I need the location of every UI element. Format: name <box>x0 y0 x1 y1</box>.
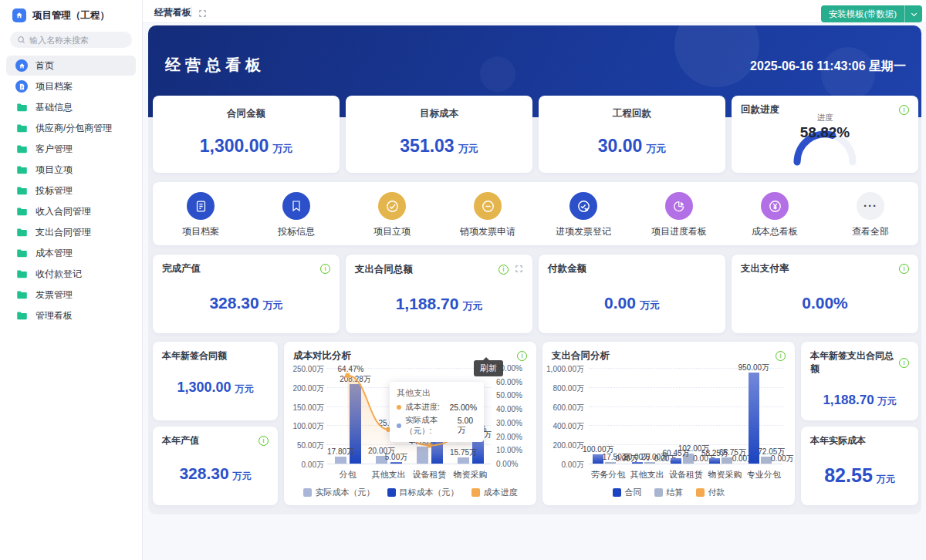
sidebar-item-label: 投标管理 <box>35 184 73 197</box>
kpi-value: 1,188.70万元 <box>346 295 532 313</box>
sidebar-item-label: 管理看板 <box>35 309 73 322</box>
sidebar-item-label: 基础信息 <box>35 101 73 114</box>
right-stat-column: 本年新签支出合同总额i1,188.70万元本年实际成本82.55万元 <box>801 342 918 505</box>
sidebar-item-发票管理[interactable]: 发票管理 <box>6 285 136 305</box>
chart-tooltip: 其他支出成本进度:25.00%实际成本（元）:5.00万 <box>390 382 484 442</box>
expand-icon[interactable] <box>515 262 523 276</box>
tooltip-name: 实际成本（元）: <box>405 415 454 437</box>
quick-link-查看全部[interactable]: ···查看全部 <box>823 182 918 245</box>
sidebar-item-label: 项目立项 <box>35 164 73 177</box>
sidebar-item-收入合同管理[interactable]: 收入合同管理 <box>6 201 136 221</box>
yen-circle-icon <box>761 192 789 220</box>
bottom-section: 本年新签合同额1,300.00万元本年产值i328.30万元 成本对比分析 i … <box>153 342 918 505</box>
sidebar-item-管理看板[interactable]: 管理看板 <box>6 305 136 326</box>
folder-icon <box>15 247 28 259</box>
y2-axis-tick: 50.00% <box>496 391 522 400</box>
y-axis-tick: 150.00万 <box>286 403 324 413</box>
quick-link-项目档案[interactable]: 项目档案 <box>153 182 248 245</box>
sidebar-item-投标管理[interactable]: 投标管理 <box>6 180 136 201</box>
check-circle-icon <box>378 192 406 220</box>
kpi-label: 工程回款 <box>539 107 725 120</box>
stat-unit: 万元 <box>878 396 897 407</box>
gauge-value: 58.82% <box>732 124 918 141</box>
kpi-card-目标成本: 目标成本351.03万元 <box>346 96 532 173</box>
y2-axis-tick: 40.00% <box>496 405 522 413</box>
kpi-label: 支出支付率 <box>741 262 789 275</box>
info-icon[interactable]: i <box>259 436 269 446</box>
chevron-down-icon[interactable] <box>905 10 922 19</box>
legend-item-目标成本（元）[interactable]: 目标成本（元） <box>387 487 459 498</box>
legend-item-结算[interactable]: 结算 <box>654 487 684 498</box>
card-header: 本年新签支出合同总额i <box>801 342 918 376</box>
info-icon[interactable]: i <box>776 351 786 361</box>
kpi-unit: 万元 <box>646 143 666 154</box>
chart-bar[interactable] <box>709 458 720 464</box>
quick-link-进项发票登记[interactable]: 进项发票登记 <box>536 182 631 245</box>
topbar: 经营看板 安装模板(带数据) <box>143 0 926 23</box>
header-icons: i <box>498 262 523 276</box>
kpi-card-collection-progress: 回款进度 i 进度 58.82% <box>732 96 918 173</box>
sidebar-search[interactable] <box>10 32 132 48</box>
folder-icon <box>15 205 28 218</box>
stat-number: 82.55 <box>824 464 873 486</box>
kpi-unit: 万元 <box>462 300 482 312</box>
legend-item-合同[interactable]: 合同 <box>613 487 642 498</box>
sidebar-item-项目档案[interactable]: 项目档案 <box>6 76 136 96</box>
minus-circle-icon <box>474 192 502 220</box>
legend-swatch <box>471 488 480 497</box>
chart-bar[interactable] <box>761 457 772 464</box>
info-icon[interactable]: i <box>498 265 509 275</box>
kpi-label: 付款金额 <box>548 262 586 275</box>
card-header: 付款金额 <box>539 255 725 275</box>
legend-item-成本进度[interactable]: 成本进度 <box>471 487 518 498</box>
quick-link-项目立项[interactable]: 项目立项 <box>344 182 440 245</box>
sidebar: 项目管理（工程） 首页项目档案基础信息供应商/分包商管理客户管理项目立项投标管理… <box>0 0 143 560</box>
info-icon[interactable]: i <box>899 264 909 274</box>
chart-bar[interactable] <box>671 458 681 464</box>
stat-value: 1,188.70万元 <box>801 393 918 408</box>
kpi-label: 目标成本 <box>346 107 532 120</box>
tab-business-board[interactable]: 经营看板 <box>154 6 191 19</box>
stat-label: 本年新签支出合同总额 <box>810 349 899 376</box>
legend-swatch <box>303 488 312 497</box>
sidebar-item-收付款登记[interactable]: 收付款登记 <box>6 264 136 284</box>
sidebar-item-label: 收付款登记 <box>35 268 82 281</box>
quick-link-项目进度看板[interactable]: 项目进度看板 <box>631 182 727 245</box>
quick-link-销项发票申请[interactable]: 销项发票申请 <box>440 182 536 245</box>
info-icon[interactable]: i <box>320 264 330 274</box>
kpi-unit: 万元 <box>640 299 660 311</box>
sidebar-item-成本管理[interactable]: 成本管理 <box>6 243 136 263</box>
search-input[interactable] <box>29 35 122 45</box>
sidebar-item-支出合同管理[interactable]: 支出合同管理 <box>6 222 136 242</box>
data-label: 专业分包 <box>747 469 781 481</box>
tooltip-dot <box>397 405 401 410</box>
tooltip-dot <box>397 423 401 428</box>
datetime: 2025-06-16 11:43:06 星期一 <box>750 59 906 75</box>
card-header: 本年实际成本 <box>801 427 918 447</box>
sidebar-item-项目立项[interactable]: 项目立项 <box>6 160 136 180</box>
sidebar-item-供应商/分包商管理[interactable]: 供应商/分包商管理 <box>6 118 136 138</box>
legend-item-实际成本（元）[interactable]: 实际成本（元） <box>303 487 375 498</box>
home-icon <box>15 59 28 72</box>
quick-link-label: 成本总看板 <box>752 225 798 238</box>
kpi-card-支出支付率: 支出支付率i0.00% <box>732 255 918 333</box>
sidebar-item-首页[interactable]: 首页 <box>6 56 136 76</box>
legend-swatch <box>387 488 396 497</box>
legend-item-付款[interactable]: 付款 <box>696 487 725 498</box>
quick-link-成本总看板[interactable]: 成本总看板 <box>727 182 823 245</box>
kpi-card-合同金额: 合同金额1,300.00万元 <box>153 96 340 173</box>
info-icon[interactable]: i <box>517 351 527 361</box>
sidebar-item-label: 成本管理 <box>35 247 73 260</box>
sidebar-item-label: 首页 <box>35 59 54 73</box>
y2-axis-tick: 20.00% <box>496 433 522 441</box>
fullscreen-icon[interactable] <box>198 7 207 21</box>
sidebar-item-基础信息[interactable]: 基础信息 <box>6 97 136 117</box>
legend-label: 目标成本（元） <box>400 487 459 498</box>
info-icon[interactable]: i <box>899 358 909 368</box>
install-template-button[interactable]: 安装模板(带数据) <box>821 5 922 22</box>
card-header: 支出支付率i <box>732 255 918 275</box>
quick-link-投标信息[interactable]: 投标信息 <box>248 182 344 245</box>
sidebar-item-客户管理[interactable]: 客户管理 <box>6 139 136 159</box>
y-axis-tick: 400.00万 <box>542 421 584 432</box>
folder-icon <box>15 309 28 322</box>
